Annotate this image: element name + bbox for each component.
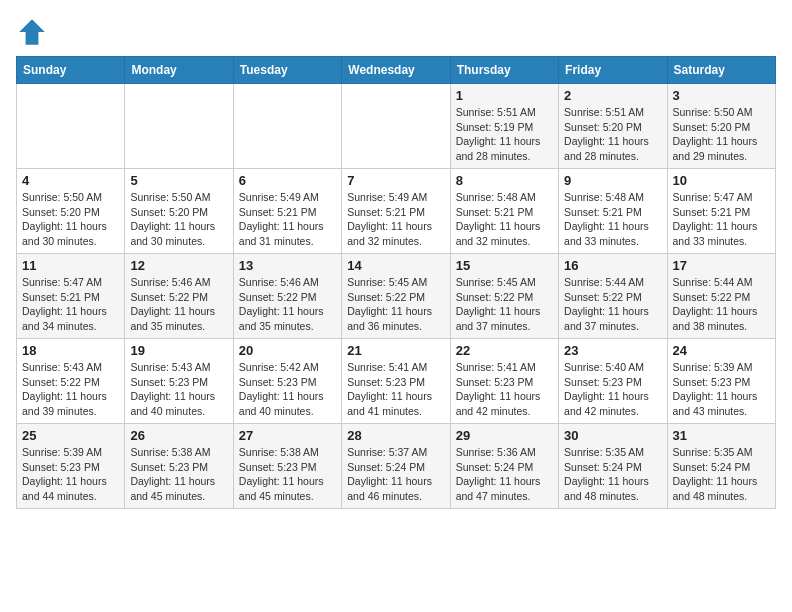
- day-number: 3: [673, 88, 770, 103]
- day-info: Sunrise: 5:42 AM Sunset: 5:23 PM Dayligh…: [239, 360, 336, 419]
- week-row-1: 1Sunrise: 5:51 AM Sunset: 5:19 PM Daylig…: [17, 84, 776, 169]
- calendar-cell: 29Sunrise: 5:36 AM Sunset: 5:24 PM Dayli…: [450, 424, 558, 509]
- day-number: 30: [564, 428, 661, 443]
- calendar-header: SundayMondayTuesdayWednesdayThursdayFrid…: [17, 57, 776, 84]
- day-number: 7: [347, 173, 444, 188]
- calendar-cell: 28Sunrise: 5:37 AM Sunset: 5:24 PM Dayli…: [342, 424, 450, 509]
- week-row-5: 25Sunrise: 5:39 AM Sunset: 5:23 PM Dayli…: [17, 424, 776, 509]
- day-info: Sunrise: 5:35 AM Sunset: 5:24 PM Dayligh…: [673, 445, 770, 504]
- day-number: 25: [22, 428, 119, 443]
- day-number: 31: [673, 428, 770, 443]
- column-header-monday: Monday: [125, 57, 233, 84]
- day-info: Sunrise: 5:37 AM Sunset: 5:24 PM Dayligh…: [347, 445, 444, 504]
- day-number: 15: [456, 258, 553, 273]
- day-info: Sunrise: 5:41 AM Sunset: 5:23 PM Dayligh…: [347, 360, 444, 419]
- calendar-cell: 17Sunrise: 5:44 AM Sunset: 5:22 PM Dayli…: [667, 254, 775, 339]
- day-number: 20: [239, 343, 336, 358]
- calendar-cell: 21Sunrise: 5:41 AM Sunset: 5:23 PM Dayli…: [342, 339, 450, 424]
- day-number: 2: [564, 88, 661, 103]
- day-info: Sunrise: 5:51 AM Sunset: 5:20 PM Dayligh…: [564, 105, 661, 164]
- calendar-cell: 16Sunrise: 5:44 AM Sunset: 5:22 PM Dayli…: [559, 254, 667, 339]
- calendar-cell: 5Sunrise: 5:50 AM Sunset: 5:20 PM Daylig…: [125, 169, 233, 254]
- column-header-tuesday: Tuesday: [233, 57, 341, 84]
- day-number: 8: [456, 173, 553, 188]
- day-number: 14: [347, 258, 444, 273]
- calendar-cell: 23Sunrise: 5:40 AM Sunset: 5:23 PM Dayli…: [559, 339, 667, 424]
- day-number: 13: [239, 258, 336, 273]
- day-info: Sunrise: 5:50 AM Sunset: 5:20 PM Dayligh…: [673, 105, 770, 164]
- day-number: 6: [239, 173, 336, 188]
- calendar-cell: 4Sunrise: 5:50 AM Sunset: 5:20 PM Daylig…: [17, 169, 125, 254]
- day-number: 27: [239, 428, 336, 443]
- calendar-cell: 18Sunrise: 5:43 AM Sunset: 5:22 PM Dayli…: [17, 339, 125, 424]
- week-row-2: 4Sunrise: 5:50 AM Sunset: 5:20 PM Daylig…: [17, 169, 776, 254]
- day-info: Sunrise: 5:45 AM Sunset: 5:22 PM Dayligh…: [456, 275, 553, 334]
- day-info: Sunrise: 5:46 AM Sunset: 5:22 PM Dayligh…: [239, 275, 336, 334]
- header-row: SundayMondayTuesdayWednesdayThursdayFrid…: [17, 57, 776, 84]
- day-number: 24: [673, 343, 770, 358]
- calendar-cell: 1Sunrise: 5:51 AM Sunset: 5:19 PM Daylig…: [450, 84, 558, 169]
- day-info: Sunrise: 5:41 AM Sunset: 5:23 PM Dayligh…: [456, 360, 553, 419]
- day-info: Sunrise: 5:38 AM Sunset: 5:23 PM Dayligh…: [239, 445, 336, 504]
- calendar-cell: 27Sunrise: 5:38 AM Sunset: 5:23 PM Dayli…: [233, 424, 341, 509]
- day-number: 1: [456, 88, 553, 103]
- day-number: 10: [673, 173, 770, 188]
- day-info: Sunrise: 5:39 AM Sunset: 5:23 PM Dayligh…: [22, 445, 119, 504]
- calendar-cell: [125, 84, 233, 169]
- calendar-cell: 20Sunrise: 5:42 AM Sunset: 5:23 PM Dayli…: [233, 339, 341, 424]
- calendar-cell: 22Sunrise: 5:41 AM Sunset: 5:23 PM Dayli…: [450, 339, 558, 424]
- calendar-cell: 8Sunrise: 5:48 AM Sunset: 5:21 PM Daylig…: [450, 169, 558, 254]
- calendar-cell: [17, 84, 125, 169]
- column-header-sunday: Sunday: [17, 57, 125, 84]
- day-info: Sunrise: 5:45 AM Sunset: 5:22 PM Dayligh…: [347, 275, 444, 334]
- day-number: 28: [347, 428, 444, 443]
- day-number: 26: [130, 428, 227, 443]
- day-number: 4: [22, 173, 119, 188]
- day-info: Sunrise: 5:51 AM Sunset: 5:19 PM Dayligh…: [456, 105, 553, 164]
- column-header-thursday: Thursday: [450, 57, 558, 84]
- day-number: 11: [22, 258, 119, 273]
- day-info: Sunrise: 5:47 AM Sunset: 5:21 PM Dayligh…: [673, 190, 770, 249]
- day-number: 17: [673, 258, 770, 273]
- calendar-cell: [342, 84, 450, 169]
- day-number: 12: [130, 258, 227, 273]
- svg-marker-0: [19, 19, 45, 45]
- logo-icon: [16, 16, 48, 48]
- day-info: Sunrise: 5:40 AM Sunset: 5:23 PM Dayligh…: [564, 360, 661, 419]
- calendar-cell: 2Sunrise: 5:51 AM Sunset: 5:20 PM Daylig…: [559, 84, 667, 169]
- calendar-body: 1Sunrise: 5:51 AM Sunset: 5:19 PM Daylig…: [17, 84, 776, 509]
- day-number: 18: [22, 343, 119, 358]
- calendar-cell: 14Sunrise: 5:45 AM Sunset: 5:22 PM Dayli…: [342, 254, 450, 339]
- calendar-cell: 3Sunrise: 5:50 AM Sunset: 5:20 PM Daylig…: [667, 84, 775, 169]
- day-info: Sunrise: 5:47 AM Sunset: 5:21 PM Dayligh…: [22, 275, 119, 334]
- day-number: 21: [347, 343, 444, 358]
- day-info: Sunrise: 5:49 AM Sunset: 5:21 PM Dayligh…: [239, 190, 336, 249]
- calendar-cell: 30Sunrise: 5:35 AM Sunset: 5:24 PM Dayli…: [559, 424, 667, 509]
- day-number: 16: [564, 258, 661, 273]
- calendar-cell: 6Sunrise: 5:49 AM Sunset: 5:21 PM Daylig…: [233, 169, 341, 254]
- day-info: Sunrise: 5:46 AM Sunset: 5:22 PM Dayligh…: [130, 275, 227, 334]
- calendar-cell: 15Sunrise: 5:45 AM Sunset: 5:22 PM Dayli…: [450, 254, 558, 339]
- day-info: Sunrise: 5:49 AM Sunset: 5:21 PM Dayligh…: [347, 190, 444, 249]
- logo: [16, 16, 52, 48]
- calendar-cell: 26Sunrise: 5:38 AM Sunset: 5:23 PM Dayli…: [125, 424, 233, 509]
- calendar-cell: 9Sunrise: 5:48 AM Sunset: 5:21 PM Daylig…: [559, 169, 667, 254]
- day-info: Sunrise: 5:38 AM Sunset: 5:23 PM Dayligh…: [130, 445, 227, 504]
- day-info: Sunrise: 5:43 AM Sunset: 5:23 PM Dayligh…: [130, 360, 227, 419]
- day-number: 9: [564, 173, 661, 188]
- calendar-table: SundayMondayTuesdayWednesdayThursdayFrid…: [16, 56, 776, 509]
- day-info: Sunrise: 5:44 AM Sunset: 5:22 PM Dayligh…: [564, 275, 661, 334]
- calendar-cell: 13Sunrise: 5:46 AM Sunset: 5:22 PM Dayli…: [233, 254, 341, 339]
- calendar-cell: 25Sunrise: 5:39 AM Sunset: 5:23 PM Dayli…: [17, 424, 125, 509]
- calendar-cell: 19Sunrise: 5:43 AM Sunset: 5:23 PM Dayli…: [125, 339, 233, 424]
- day-info: Sunrise: 5:36 AM Sunset: 5:24 PM Dayligh…: [456, 445, 553, 504]
- day-info: Sunrise: 5:50 AM Sunset: 5:20 PM Dayligh…: [130, 190, 227, 249]
- column-header-saturday: Saturday: [667, 57, 775, 84]
- day-info: Sunrise: 5:44 AM Sunset: 5:22 PM Dayligh…: [673, 275, 770, 334]
- day-number: 22: [456, 343, 553, 358]
- calendar-cell: 11Sunrise: 5:47 AM Sunset: 5:21 PM Dayli…: [17, 254, 125, 339]
- calendar-cell: 24Sunrise: 5:39 AM Sunset: 5:23 PM Dayli…: [667, 339, 775, 424]
- day-info: Sunrise: 5:50 AM Sunset: 5:20 PM Dayligh…: [22, 190, 119, 249]
- day-number: 5: [130, 173, 227, 188]
- week-row-4: 18Sunrise: 5:43 AM Sunset: 5:22 PM Dayli…: [17, 339, 776, 424]
